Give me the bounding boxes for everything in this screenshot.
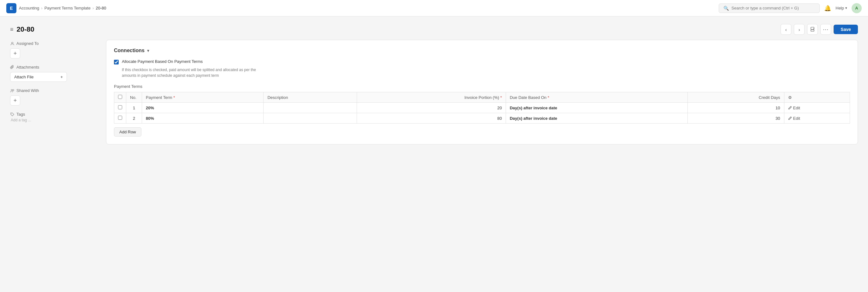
th-payment-term: Payment Term * bbox=[142, 92, 264, 103]
req-star-3: * bbox=[548, 95, 549, 100]
row2-payment-term: 80% bbox=[142, 113, 264, 123]
tags-label: Tags bbox=[17, 112, 25, 117]
search-input[interactable] bbox=[731, 6, 815, 10]
shared-with-label: Shared With bbox=[17, 88, 39, 93]
toolbar: ‹ › ··· Save bbox=[781, 24, 858, 35]
row2-description bbox=[264, 113, 357, 123]
assigned-to-label: Assigned To bbox=[17, 41, 39, 46]
row1-edit-cell: Edit bbox=[784, 103, 850, 113]
add-row-button[interactable]: Add Row bbox=[114, 127, 142, 137]
row1-no: 1 bbox=[126, 103, 142, 113]
shared-with-title: Shared With bbox=[10, 88, 98, 93]
breadcrumb-current: 20-80 bbox=[96, 6, 106, 10]
th-invoice-portion: Invoice Portion (%) * bbox=[357, 92, 506, 103]
save-button[interactable]: Save bbox=[834, 25, 858, 34]
row1-invoice-portion: 20 bbox=[357, 103, 506, 113]
svg-point-6 bbox=[11, 113, 12, 114]
sidebar: Assigned To + Attachments Attach File + bbox=[10, 40, 98, 144]
th-gear: ⚙ bbox=[784, 92, 850, 103]
svg-rect-0 bbox=[811, 27, 814, 29]
row1-checkbox[interactable] bbox=[118, 105, 122, 109]
more-button[interactable]: ··· bbox=[820, 24, 831, 35]
svg-point-5 bbox=[12, 89, 14, 91]
row2-edit-button[interactable]: Edit bbox=[788, 116, 800, 121]
row1-payment-term: 20% bbox=[142, 103, 264, 113]
topnav-left: E Accounting › Payment Terms Template › … bbox=[6, 3, 106, 13]
row1-due-date: Day(s) after invoice date bbox=[506, 103, 687, 113]
gear-icon[interactable]: ⚙ bbox=[788, 95, 792, 100]
req-star-2: * bbox=[500, 95, 502, 100]
connections-card: Connections ▾ Allocate Payment Based On … bbox=[106, 40, 858, 144]
person-icon bbox=[10, 41, 14, 46]
breadcrumb-sep-1: › bbox=[41, 6, 42, 10]
row2-checkbox[interactable] bbox=[118, 116, 122, 120]
more-icon: ··· bbox=[823, 27, 829, 32]
notification-bell-icon[interactable]: 🔔 bbox=[824, 5, 831, 12]
breadcrumb-sep-2: › bbox=[92, 6, 94, 10]
svg-point-4 bbox=[11, 89, 12, 91]
row2-checkbox-cell bbox=[114, 113, 126, 123]
row2-edit-cell: Edit bbox=[784, 113, 850, 123]
hamburger-icon[interactable]: ≡ bbox=[10, 26, 13, 33]
svg-rect-1 bbox=[811, 30, 814, 31]
row1-checkbox-cell bbox=[114, 103, 126, 113]
shared-icon bbox=[10, 88, 14, 93]
breadcrumb: Accounting › Payment Terms Template › 20… bbox=[19, 6, 106, 10]
print-icon bbox=[810, 27, 815, 32]
attachments-section: Attachments Attach File + bbox=[10, 65, 98, 82]
app-icon[interactable]: E bbox=[6, 3, 17, 13]
th-due-date: Due Date Based On * bbox=[506, 92, 687, 103]
assigned-to-title: Assigned To bbox=[10, 41, 98, 46]
row2-no: 2 bbox=[126, 113, 142, 123]
row1-description bbox=[264, 103, 357, 113]
page-title: 20-80 bbox=[17, 25, 34, 33]
row1-credit-days: 10 bbox=[688, 103, 784, 113]
row2-credit-days: 30 bbox=[688, 113, 784, 123]
attachments-title: Attachments bbox=[10, 65, 98, 69]
breadcrumb-payment-terms[interactable]: Payment Terms Template bbox=[44, 6, 91, 10]
topnav-right: 🔍 🔔 Help ▾ A bbox=[719, 3, 862, 13]
allocate-payment-hint: If this checkbox is checked, paid amount… bbox=[122, 67, 850, 78]
chevron-down-icon: ▾ bbox=[845, 6, 847, 10]
breadcrumb-accounting[interactable]: Accounting bbox=[19, 6, 39, 10]
search-icon: 🔍 bbox=[723, 6, 729, 11]
assigned-to-section: Assigned To + bbox=[10, 41, 98, 58]
th-credit-days: Credit Days bbox=[688, 92, 784, 103]
help-button[interactable]: Help ▾ bbox=[836, 6, 847, 10]
tag-icon bbox=[10, 112, 14, 117]
payment-terms-table: No. Payment Term * Description Invoice P… bbox=[114, 92, 850, 123]
attach-file-button[interactable]: Attach File + bbox=[10, 72, 67, 82]
print-button[interactable] bbox=[807, 24, 818, 35]
svg-point-2 bbox=[813, 28, 814, 29]
select-all-checkbox[interactable] bbox=[118, 95, 122, 99]
prev-button[interactable]: ‹ bbox=[781, 24, 791, 35]
page: ≡ 20-80 ‹ › ··· Save bbox=[0, 17, 868, 152]
allocate-payment-label: Allocate Payment Based On Payment Terms bbox=[122, 59, 203, 64]
table-row: 1 20% 20 Day(s) after invoice date 10 Ed… bbox=[114, 103, 850, 113]
allocate-payment-checkbox[interactable] bbox=[114, 60, 119, 64]
tags-section: Tags Add a tag ... bbox=[10, 112, 98, 122]
connections-header: Connections ▾ bbox=[114, 48, 850, 53]
row1-edit-button[interactable]: Edit bbox=[788, 106, 800, 110]
attachment-icon bbox=[10, 65, 14, 69]
page-title-area: ≡ 20-80 bbox=[10, 25, 34, 33]
row2-invoice-portion: 80 bbox=[357, 113, 506, 123]
edit-icon bbox=[788, 116, 792, 120]
add-shared-button[interactable]: + bbox=[10, 95, 20, 106]
table-row: 2 80% 80 Day(s) after invoice date 30 Ed… bbox=[114, 113, 850, 123]
tags-title: Tags bbox=[10, 112, 98, 117]
next-button[interactable]: › bbox=[794, 24, 805, 35]
page-header: ≡ 20-80 ‹ › ··· Save bbox=[10, 24, 858, 35]
svg-point-3 bbox=[12, 42, 13, 43]
add-tag-input[interactable]: Add a tag ... bbox=[10, 118, 98, 122]
add-assigned-button[interactable]: + bbox=[10, 48, 20, 58]
search-box[interactable]: 🔍 bbox=[719, 3, 820, 13]
edit-icon bbox=[788, 106, 792, 110]
th-description: Description bbox=[264, 92, 357, 103]
avatar[interactable]: A bbox=[851, 3, 862, 13]
req-star-1: * bbox=[173, 95, 175, 100]
allocate-payment-row: Allocate Payment Based On Payment Terms bbox=[114, 59, 850, 64]
topnav: E Accounting › Payment Terms Template › … bbox=[0, 0, 868, 17]
th-no: No. bbox=[126, 92, 142, 103]
chevron-down-icon[interactable]: ▾ bbox=[147, 48, 149, 53]
